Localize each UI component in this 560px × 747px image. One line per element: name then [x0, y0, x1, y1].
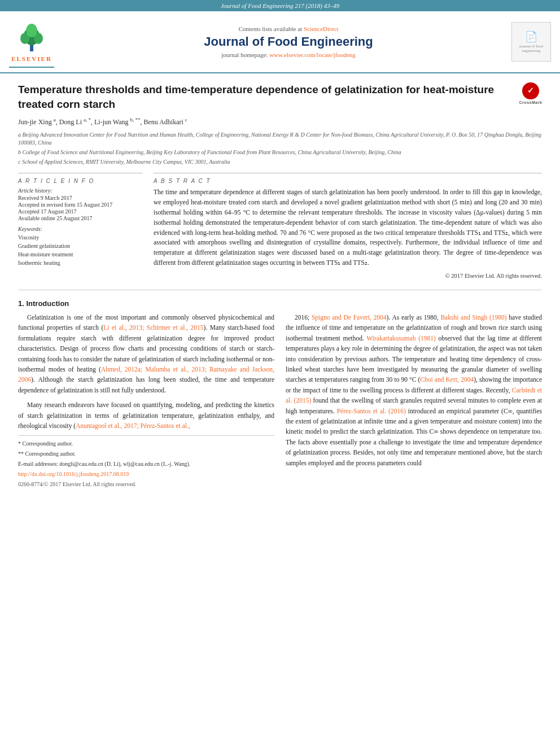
abstract-label: A B S T R A C T	[154, 178, 542, 184]
doi-link[interactable]: http://dx.doi.org/10.1016/j.jfoodeng.201…	[18, 471, 129, 477]
svg-point-4	[26, 24, 37, 37]
journal-header: ELSEVIER Contents lists available at Sci…	[0, 11, 560, 73]
journal-title-header: Journal of Food Engineering	[65, 34, 511, 49]
crossmark-label: CrossMark	[519, 100, 542, 105]
footnote-issn: 0260-8774/© 2017 Elsevier Ltd. All right…	[18, 480, 274, 489]
journal-center-info: Contents lists available at ScienceDirec…	[65, 25, 511, 58]
footnote-corresponding1: * Corresponding author.	[18, 439, 274, 448]
introduction-section: 1. Introduction Gelatinization is one of…	[18, 299, 542, 490]
ref-bakshi[interactable]: Bakshi and Singh (1980)	[440, 314, 506, 321]
article-info-label: A R T I C L E I N F O	[18, 178, 142, 184]
journal-thumbnail: 📄 journal of food engineering	[511, 22, 551, 62]
elsevier-tree-icon	[15, 20, 49, 54]
intro-para-1: Gelatinization is one of the most import…	[18, 312, 274, 395]
article-history: Article history: Received 9 March 2017 A…	[18, 187, 142, 221]
keyword-1: Viscosity	[18, 233, 142, 242]
article-title: Temperature thresholds and time-temperat…	[18, 84, 494, 110]
ref-anuntagool[interactable]: Anuntagool et al., 2017; Pérez-Santos et…	[76, 422, 190, 429]
intro-col-2: 2016; Spigno and De Faveri, 2004). As ea…	[286, 312, 542, 490]
article-info-panel: A R T I C L E I N F O Article history: R…	[18, 173, 142, 281]
ref-choi-kerr[interactable]: Choi and Kerr, 2004	[420, 376, 474, 383]
authors-line: Jun-jie Xing a, Dong Li a, *, Li-jun Wan…	[18, 117, 542, 126]
ref-ahmed-2012[interactable]: Ahmed, 2012a; Malumba et al., 2013; Ratn…	[18, 366, 274, 383]
section-divider	[18, 290, 542, 290]
affiliation-b: b College of Food Science and Nutritiona…	[18, 148, 542, 156]
sciencedirect-link[interactable]: ScienceDirect	[304, 25, 339, 32]
article-main: Temperature thresholds and time-temperat…	[0, 73, 560, 499]
homepage-link[interactable]: www.elsevier.com/locate/jfoodeng	[269, 51, 356, 58]
sciencedirect-line: Contents lists available at ScienceDirec…	[65, 25, 511, 32]
author-adhikari: Benu Adhikari c	[143, 118, 187, 126]
affiliation-c: c School of Applied Sciences, RMIT Unive…	[18, 158, 542, 166]
keywords-list: Viscosity Gradient gelatinization Heat-m…	[18, 233, 142, 267]
article-title-block: Temperature thresholds and time-temperat…	[18, 82, 542, 111]
keyword-2: Gradient gelatinization	[18, 242, 142, 250]
available-date: Available online 25 August 2017	[18, 215, 142, 221]
journal-homepage: journal homepage: www.elsevier.com/locat…	[65, 51, 511, 58]
footnote-doi: http://dx.doi.org/10.1016/j.jfoodeng.201…	[18, 470, 274, 479]
copyright-notice: © 2017 Elsevier Ltd. All rights reserved…	[154, 272, 542, 281]
revised-date: Accepted in revised form 15 August 2017	[18, 202, 142, 208]
ref-carlstedt[interactable]: Carlstedt et al. (2015)	[286, 387, 542, 404]
keywords-section: Keywords: Viscosity Gradient gelatinizat…	[18, 226, 142, 267]
elsevier-logo-block: ELSEVIER	[9, 16, 54, 68]
author-xing: Jun-jie Xing a	[18, 118, 56, 126]
journal-reference-bar: Journal of Food Engineering 217 (2018) 4…	[0, 0, 560, 11]
ref-wirakarta[interactable]: Wirakartakusumah (1981)	[366, 335, 435, 342]
author-wang: Li-jun Wang b, **	[94, 118, 140, 126]
intro-para-3: 2016; Spigno and De Faveri, 2004). As ea…	[286, 312, 542, 468]
keyword-3: Heat-moisture treatment	[18, 250, 142, 259]
footnotes-block: * Corresponding author. ** Corresponding…	[18, 435, 274, 489]
abstract-text: The time and temperature dependence at d…	[154, 187, 542, 281]
affiliation-a: a Beijing Advanced Innovation Center for…	[18, 131, 542, 147]
crossmark-icon: ✓	[522, 82, 539, 99]
ref-perez-santos[interactable]: Pérez-Santos et al. (2016)	[337, 408, 406, 414]
crossmark-badge[interactable]: ✓ CrossMark	[519, 82, 542, 105]
history-label: Article history:	[18, 187, 142, 194]
info-abstract-section: A R T I C L E I N F O Article history: R…	[18, 173, 542, 281]
abstract-panel: A B S T R A C T The time and temperature…	[154, 173, 542, 281]
accepted-date: Accepted 17 August 2017	[18, 208, 142, 215]
footnote-email: E-mail addresses: dongli@cau.edu.cn (D. …	[18, 460, 274, 469]
keywords-label: Keywords:	[18, 226, 142, 232]
keyword-4: Isothermic heating	[18, 259, 142, 267]
author-li: Dong Li a, *	[59, 118, 91, 126]
ref-li-2013[interactable]: Li et al., 2013; Schirmer et al., 2015	[103, 324, 203, 331]
journal-reference: Journal of Food Engineering 217 (2018) 4…	[221, 2, 339, 9]
affiliations-block: a Beijing Advanced Innovation Center for…	[18, 131, 542, 166]
intro-col-1: Gelatinization is one of the most import…	[18, 312, 274, 490]
journal-thumb-icon: 📄	[525, 30, 537, 43]
received-date: Received 9 March 2017	[18, 195, 142, 201]
elsevier-text: ELSEVIER	[11, 55, 52, 62]
journal-thumb-label: journal of food engineering	[512, 44, 550, 53]
intro-heading: 1. Introduction	[18, 299, 542, 308]
footnote-corresponding2: ** Corresponding author.	[18, 449, 274, 458]
intro-para-2: Many research endeavors have focused on …	[18, 400, 274, 431]
intro-body: Gelatinization is one of the most import…	[18, 312, 542, 490]
ref-spigno[interactable]: Spigno and De Faveri, 2004	[312, 314, 387, 321]
